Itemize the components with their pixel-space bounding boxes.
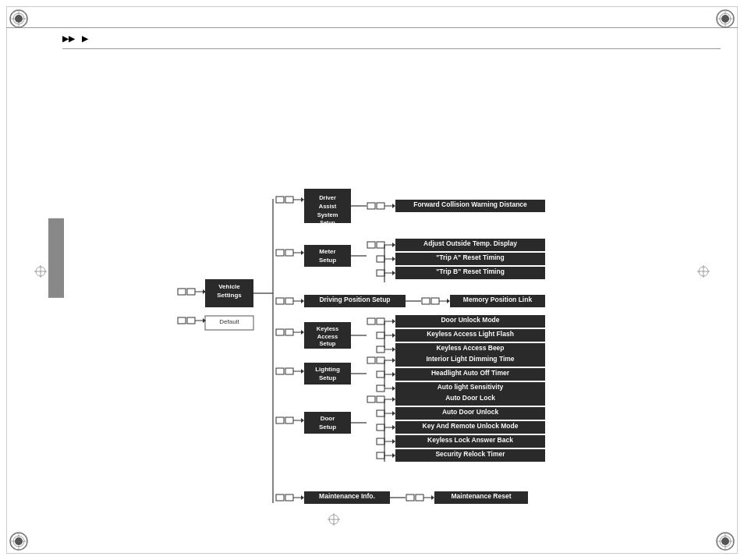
svg-rect-158: [367, 396, 375, 402]
svg-rect-55: [377, 203, 384, 209]
svg-point-17: [15, 537, 23, 545]
svg-rect-61: [285, 250, 293, 256]
svg-text:"Trip A" Reset Timing: "Trip A" Reset Timing: [436, 253, 504, 261]
svg-marker-77: [392, 257, 395, 261]
svg-rect-144: [377, 385, 384, 392]
features-label: Features: [48, 218, 64, 298]
svg-marker-82: [392, 271, 395, 275]
svg-rect-80: [377, 270, 384, 276]
svg-rect-45: [285, 197, 293, 203]
svg-rect-149: [276, 417, 284, 424]
svg-marker-181: [392, 453, 395, 458]
svg-rect-119: [377, 346, 384, 353]
svg-marker-57: [392, 204, 395, 208]
svg-rect-159: [377, 396, 384, 402]
svg-text:System: System: [317, 211, 338, 218]
corner-circle-bl: [9, 531, 29, 551]
svg-point-15: [721, 15, 729, 23]
diagram-svg: Vehicle Settings Default Driver Assist S…: [62, 78, 710, 530]
svg-text:Keyless Access Beep: Keyless Access Beep: [436, 344, 504, 352]
svg-text:Door: Door: [321, 415, 335, 422]
svg-text:Meter: Meter: [319, 248, 335, 255]
svg-rect-54: [367, 203, 375, 209]
breadcrumb-arrows: ▶▶: [62, 34, 75, 43]
svg-rect-98: [276, 329, 284, 335]
svg-text:Auto Door Unlock: Auto Door Unlock: [442, 408, 499, 416]
svg-text:Driver: Driver: [319, 194, 336, 201]
svg-text:Auto Door Lock: Auto Door Lock: [445, 394, 495, 402]
svg-rect-169: [377, 424, 384, 431]
svg-rect-93: [431, 298, 439, 304]
svg-text:Assist: Assist: [319, 203, 337, 210]
svg-rect-108: [367, 318, 375, 324]
svg-text:Lighting: Lighting: [315, 366, 340, 373]
svg-marker-88: [301, 299, 304, 303]
svg-rect-114: [377, 332, 384, 338]
svg-rect-139: [377, 371, 384, 377]
svg-rect-85: [276, 298, 284, 304]
svg-rect-99: [285, 329, 293, 335]
corner-circle-br: [715, 531, 735, 551]
svg-text:Setup: Setup: [319, 257, 336, 264]
corner-circle-tl: [9, 9, 29, 29]
svg-marker-141: [392, 372, 395, 377]
svg-rect-75: [377, 256, 384, 262]
svg-marker-136: [392, 358, 395, 363]
svg-rect-30: [187, 289, 195, 295]
svg-text:Keyless Access Light Flash: Keyless Access Light Flash: [427, 330, 514, 338]
svg-text:Security Relock Timer: Security Relock Timer: [435, 450, 505, 458]
svg-rect-44: [276, 197, 284, 203]
svg-rect-69: [367, 242, 375, 248]
svg-rect-109: [377, 318, 384, 324]
svg-rect-134: [377, 357, 384, 363]
svg-text:Memory Position Link: Memory Position Link: [463, 296, 533, 303]
svg-marker-171: [392, 425, 395, 430]
svg-marker-47: [301, 197, 304, 202]
svg-text:Key And Remote Unlock Mode: Key And Remote Unlock Mode: [423, 422, 519, 430]
left-reg-cross: [34, 265, 47, 278]
svg-rect-86: [285, 298, 293, 304]
top-bar: [6, 6, 738, 28]
svg-marker-187: [301, 495, 304, 500]
svg-rect-124: [276, 368, 284, 374]
svg-text:Setup: Setup: [319, 424, 336, 431]
svg-text:Interior Light Dimming Time: Interior Light Dimming Time: [426, 355, 514, 363]
breadcrumb-rule: [62, 48, 721, 49]
svg-text:Maintenance Reset: Maintenance Reset: [452, 492, 512, 500]
svg-rect-60: [276, 250, 284, 256]
svg-text:Default: Default: [219, 318, 239, 325]
svg-text:Door Unlock Mode: Door Unlock Mode: [441, 316, 499, 324]
svg-marker-121: [392, 347, 395, 352]
svg-text:Keyless Lock Answer Back: Keyless Lock Answer Back: [427, 436, 513, 444]
svg-rect-125: [285, 368, 293, 374]
corner-circle-tr: [715, 9, 735, 29]
svg-rect-29: [178, 289, 186, 295]
svg-point-13: [15, 15, 23, 23]
svg-rect-150: [285, 417, 293, 424]
svg-rect-174: [377, 438, 384, 445]
svg-rect-184: [276, 494, 284, 501]
svg-rect-192: [416, 494, 423, 501]
svg-marker-63: [301, 250, 304, 255]
svg-text:Auto light Sensitivity: Auto light Sensitivity: [438, 383, 504, 391]
svg-text:Maintenance Info.: Maintenance Info.: [319, 492, 375, 500]
svg-rect-179: [377, 452, 384, 459]
svg-marker-72: [392, 243, 395, 247]
svg-marker-116: [392, 333, 395, 338]
svg-text:Headlight Auto Off Timer: Headlight Auto Off Timer: [431, 369, 510, 377]
svg-text:"Trip B" Reset Timing: "Trip B" Reset Timing: [436, 268, 505, 275]
svg-marker-161: [392, 397, 395, 402]
svg-text:Adjust Outside Temp. Display: Adjust Outside Temp. Display: [423, 239, 517, 247]
svg-marker-111: [392, 319, 395, 324]
svg-rect-164: [377, 410, 384, 416]
svg-rect-70: [377, 242, 384, 248]
breadcrumb: ▶▶ ▶: [62, 34, 88, 43]
svg-text:Settings: Settings: [217, 292, 242, 299]
svg-marker-166: [392, 411, 395, 416]
svg-text:Keyless: Keyless: [317, 325, 338, 332]
svg-rect-40: [187, 317, 195, 324]
svg-text:Vehicle: Vehicle: [218, 283, 240, 290]
svg-marker-101: [301, 330, 304, 335]
svg-marker-95: [447, 299, 450, 303]
svg-text:Driving Position Setup: Driving Position Setup: [319, 296, 390, 303]
